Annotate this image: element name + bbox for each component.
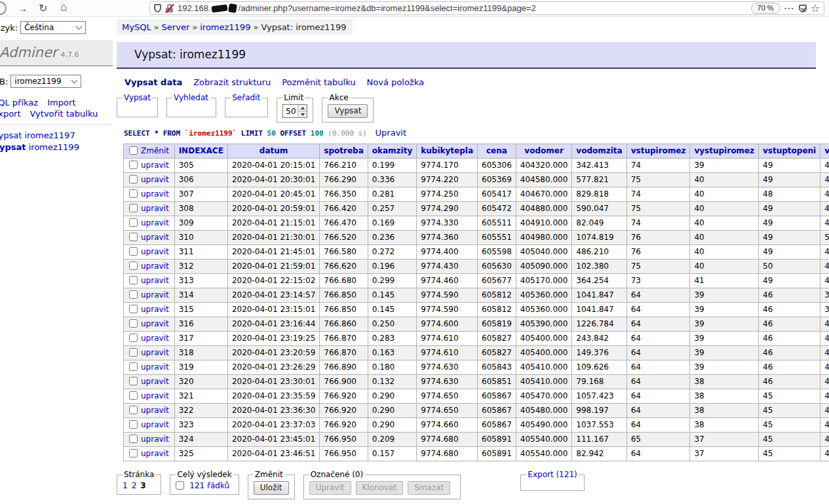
row-edit-link[interactable]: upravit: [141, 247, 169, 256]
row-edit-link[interactable]: upravit: [141, 262, 169, 271]
language-select[interactable]: Čeština: [20, 21, 86, 34]
row-checkbox[interactable]: [129, 377, 138, 385]
row-edit-link[interactable]: upravit: [141, 204, 169, 213]
row-checkbox[interactable]: [129, 319, 138, 328]
column-sort-link-vystupiromez[interactable]: vystupiromez: [694, 146, 754, 155]
limit-spinner[interactable]: [298, 105, 307, 117]
row-edit-link[interactable]: upravit: [141, 362, 169, 372]
row-checkbox[interactable]: [129, 391, 138, 400]
breadcrumb-link-server[interactable]: Server: [162, 22, 190, 32]
row-edit-link[interactable]: upravit: [141, 175, 169, 184]
tab-vypsat-data[interactable]: Vypsat data: [125, 77, 182, 87]
edit-query-link[interactable]: Upravit: [376, 128, 406, 138]
breadcrumb-link-mysql[interactable]: MySQL: [122, 22, 151, 32]
spin-down-icon[interactable]: [298, 111, 307, 117]
breadcrumb-link-iromez1199[interactable]: iromez1199: [200, 22, 250, 32]
column-sort-link-okamzity[interactable]: okamzity: [372, 146, 412, 155]
fieldset-search-toggle[interactable]: Vyhledat: [174, 93, 208, 102]
column-sort-link-spotreba[interactable]: spotreba: [324, 146, 363, 155]
tab-zobrazit-strukturu[interactable]: Zobrazit strukturu: [193, 77, 271, 87]
sidebar-link-import[interactable]: Import: [47, 98, 75, 107]
row-checkbox[interactable]: [129, 175, 138, 184]
export-link[interactable]: Export (121): [528, 470, 577, 479]
row-checkbox[interactable]: [129, 247, 138, 256]
row-edit-link[interactable]: upravit: [141, 233, 169, 242]
bookmark-star-icon[interactable]: ☆: [811, 3, 820, 14]
sidebar-table-iromez1197[interactable]: iromez1197: [24, 130, 75, 140]
whole-result-checkbox[interactable]: [176, 481, 184, 490]
pocket-icon[interactable]: [799, 5, 807, 12]
row-checkbox[interactable]: [129, 406, 138, 414]
spin-up-icon[interactable]: [298, 105, 307, 111]
row-checkbox[interactable]: [129, 233, 138, 241]
forward-icon[interactable]: →: [18, 1, 28, 15]
select-submit-button[interactable]: Vypsat: [328, 104, 368, 118]
sidebar-table-select-iromez1197[interactable]: Vypsat: [0, 130, 22, 140]
row-checkbox[interactable]: [129, 290, 138, 299]
sidebar-table-iromez1199[interactable]: iromez1199: [29, 142, 79, 152]
row-edit-link[interactable]: upravit: [141, 391, 169, 400]
tab-pozm-nit-tabulku[interactable]: Pozměnit tabulku: [282, 77, 355, 87]
row-edit-link[interactable]: upravit: [141, 348, 169, 357]
column-sort-link-cena[interactable]: cena: [486, 146, 507, 155]
fieldset-select-toggle[interactable]: Vypsat: [124, 93, 151, 102]
row-checkbox[interactable]: [129, 276, 138, 284]
column-sort-link-INDEXACE[interactable]: INDEXACE: [179, 146, 223, 155]
row-checkbox[interactable]: [129, 362, 138, 371]
row-edit-link[interactable]: upravit: [141, 449, 169, 458]
row-edit-link[interactable]: upravit: [141, 377, 169, 386]
page-link-1[interactable]: 1: [123, 481, 128, 490]
row-edit-link[interactable]: upravit: [141, 290, 169, 300]
tab-nov-polo-ka[interactable]: Nová položka: [367, 77, 424, 87]
row-checkbox[interactable]: [129, 262, 138, 270]
row-edit-link[interactable]: upravit: [141, 189, 169, 199]
row-checkbox[interactable]: [129, 305, 138, 313]
row-checkbox[interactable]: [129, 161, 138, 169]
selected-smazat-button[interactable]: Smazat: [408, 481, 450, 495]
row-edit-link[interactable]: upravit: [141, 435, 169, 444]
url-bar[interactable]: 192.168. /adminer.php?username=iromez&db…: [149, 1, 824, 15]
row-edit-link[interactable]: upravit: [141, 420, 169, 429]
column-sort-link-vystuptopeni[interactable]: vystuptopeni: [824, 146, 829, 155]
home-icon[interactable]: ⌂: [60, 0, 67, 14]
row-checkbox[interactable]: [129, 449, 138, 457]
reload-icon[interactable]: ↻: [39, 1, 47, 15]
column-sort-link-vodomzita[interactable]: vodomzita: [576, 146, 622, 155]
row-edit-link[interactable]: upravit: [141, 334, 169, 343]
row-checkbox[interactable]: [129, 218, 138, 227]
page-actions-icon[interactable]: ···: [784, 3, 795, 13]
column-sort-link-vodomer[interactable]: vodomer: [524, 146, 563, 155]
column-sort-link-kubikytepla[interactable]: kubikytepla: [421, 146, 473, 155]
back-icon[interactable]: [0, 1, 7, 15]
row-edit-link[interactable]: upravit: [141, 319, 169, 328]
fieldset-sort-toggle[interactable]: Seřadit: [232, 93, 260, 102]
sidebar-table-select-iromez1199[interactable]: Vypsat: [0, 142, 26, 152]
row-checkbox[interactable]: [129, 189, 138, 198]
limit-input[interactable]: 50: [282, 104, 307, 118]
row-edit-link[interactable]: upravit: [141, 276, 169, 285]
column-sort-link-vstuptopeni[interactable]: vstuptopeni: [763, 146, 816, 155]
row-checkbox[interactable]: [129, 435, 138, 443]
sidebar-link-sql-p-kaz[interactable]: SQL příkaz: [0, 98, 38, 107]
row-checkbox[interactable]: [129, 204, 138, 212]
zoom-level-badge[interactable]: 70 %: [751, 3, 781, 14]
row-checkbox[interactable]: [129, 334, 138, 342]
column-sort-link-vstupiromez[interactable]: vstupiromez: [631, 146, 686, 155]
row-edit-link[interactable]: upravit: [141, 406, 169, 415]
row-edit-link[interactable]: upravit: [141, 305, 169, 314]
row-checkbox[interactable]: [129, 420, 138, 429]
sidebar-link-vytvo-it-tabulku[interactable]: Vytvořit tabulku: [30, 109, 98, 119]
tracking-protection-icon[interactable]: [154, 4, 161, 12]
url-text[interactable]: 192.168. /adminer.php?username=iromez&db…: [178, 3, 747, 13]
save-button[interactable]: Uložit: [254, 481, 289, 495]
row-checkbox[interactable]: [129, 348, 138, 357]
page-link-2[interactable]: 2: [132, 481, 137, 490]
modify-all-link[interactable]: Změnit: [141, 146, 169, 155]
selected-klonovat-button[interactable]: Klonovat: [356, 481, 404, 495]
db-select[interactable]: iromez1199: [10, 75, 81, 88]
selected-upravit-button[interactable]: Upravit: [309, 481, 351, 495]
sidebar-link-export[interactable]: Export: [0, 109, 21, 119]
row-edit-link[interactable]: upravit: [141, 161, 169, 170]
row-edit-link[interactable]: upravit: [141, 218, 169, 227]
whole-result-link[interactable]: 121 řádků: [189, 481, 229, 490]
